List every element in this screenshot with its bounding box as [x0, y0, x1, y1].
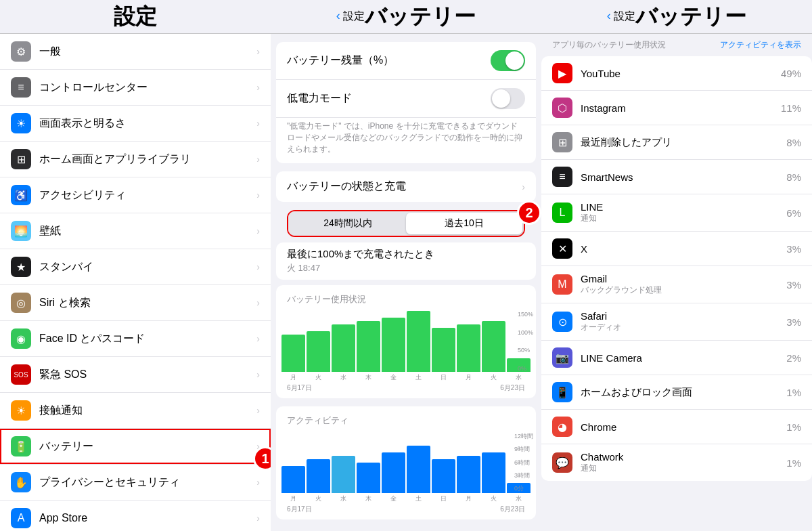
battery-usage-chart: バッテリー使用状況 150% 100% 50% 0% 月火水木金土日月火水 6月… [276, 285, 536, 398]
battery-label-5: 土 [407, 373, 430, 382]
segment-24h-btn[interactable]: 24時間以内 [290, 213, 406, 234]
bar-group [407, 311, 430, 372]
chart-date-end: 6月23日 [500, 383, 525, 393]
wallpaper-icon: 🌅 [11, 221, 31, 241]
act-label-0: 月 [281, 494, 305, 503]
settings-item-faceid[interactable]: ◉Face ID とパスコード› [0, 321, 271, 357]
settings-item-appstore[interactable]: AApp Store› [0, 501, 271, 531]
app-usage-item[interactable]: ✕X3% [541, 232, 812, 266]
act-group [357, 463, 380, 493]
app-usage-item[interactable]: ◕Chrome1% [541, 410, 812, 444]
panel2-back-label: 設定 [343, 10, 365, 22]
act-label-7: 月 [457, 494, 480, 503]
app-info: Chatwork通知 [581, 451, 786, 474]
act-label-6: 日 [432, 494, 455, 503]
app-usage-item[interactable]: 📷LINE Camera2% [541, 341, 812, 375]
segment-control: 24時間以内 過去10日 [288, 211, 524, 236]
activity-link[interactable]: アクティビティを表示 [720, 39, 801, 51]
settings-item-home-screen[interactable]: ⊞ホーム画面とアプリライブラリ› [0, 142, 271, 177]
segment-10d-btn[interactable]: 過去10日 [406, 213, 522, 234]
faceid-chevron-icon: › [256, 333, 260, 344]
activity-bar-3 [357, 463, 380, 493]
settings-list: ⚙一般›≡コントロールセンター›☀画面表示と明るさ›⊞ホーム画面とアプリライブラ… [0, 34, 271, 531]
settings-item-standby[interactable]: ★スタンバイ› [0, 249, 271, 285]
act-group [407, 446, 430, 493]
battery-remaining-toggle[interactable] [491, 50, 525, 71]
chart-y-axis: 150% 100% 50% 0% [518, 311, 533, 372]
appstore-label: App Store [39, 512, 256, 524]
battery-status-section: バッテリーの状態と充電 › [276, 171, 536, 202]
general-icon: ⚙ [11, 41, 31, 62]
battery-bar-0 [281, 335, 305, 372]
low-power-toggle[interactable] [491, 88, 525, 109]
settings-item-privacy[interactable]: ✋プライバシーとセキュリティ› [0, 465, 271, 501]
settings-item-control-center[interactable]: ≡コントロールセンター› [0, 70, 271, 106]
activity-bar-2 [332, 456, 355, 493]
act-y-12: 12時間 [514, 432, 533, 441]
appstore-icon: A [11, 508, 31, 528]
battery-bar-4 [382, 318, 405, 372]
settings-item-display[interactable]: ☀画面表示と明るさ› [0, 106, 271, 142]
act-label-3: 木 [357, 494, 380, 503]
app-usage-item[interactable]: MGmailバックグラウンド処理3% [541, 266, 812, 303]
app-name: ホームおよびロック画面 [581, 386, 786, 399]
sos-icon: SOS [11, 364, 31, 385]
settings-item-wallpaper[interactable]: 🌅壁紙› [0, 213, 271, 249]
activity-bar-6 [432, 459, 455, 493]
activity-bar-1 [307, 459, 330, 493]
battery-label-4: 金 [382, 373, 405, 382]
y-label-150: 150% [518, 311, 533, 318]
act-label-1: 火 [307, 494, 330, 503]
settings-item-accessibility[interactable]: ♿アクセシビリティ› [0, 177, 271, 213]
act-group [457, 456, 480, 493]
app-usage-item[interactable]: ⊞最近削除したアプリ8% [541, 125, 812, 160]
app-icon-10: ◕ [552, 417, 572, 437]
settings-item-sos[interactable]: SOS緊急 SOS› [0, 357, 271, 393]
app-usage-item[interactable]: ⬡Instagram11% [541, 91, 812, 125]
app-info: YouTube [581, 68, 781, 79]
panel3-scroll: アプリ毎のバッテリー使用状況 アクティビティを表示 ▶YouTube49%⬡In… [541, 34, 812, 531]
settings-item-battery[interactable]: 🔋バッテリー›1 [0, 429, 271, 465]
low-power-desc: "低電力モード" では、iPhone を十分に充電できるまでダウンドロードやメー… [276, 118, 536, 163]
app-pct: 8% [786, 171, 801, 183]
panel3-back-button[interactable]: ‹ 設定 [607, 9, 635, 24]
battery-label-7: 月 [457, 373, 480, 382]
segment-wrapper: 24時間以内 過去10日 2 [276, 210, 536, 237]
settings-item-siri[interactable]: ◎Siri と検索› [0, 285, 271, 321]
battery-status-row[interactable]: バッテリーの状態と充電 › [276, 171, 536, 202]
panel3-battery-usage: ‹ 設定 バッテリー アプリ毎のバッテリー使用状況 アクティビティを表示 ▶Yo… [541, 0, 812, 531]
settings-item-exposure[interactable]: ☀接触通知› [0, 393, 271, 429]
panel3-header: ‹ 設定 バッテリー [541, 0, 812, 34]
app-usage-header: アプリ毎のバッテリー使用状況 アクティビティを表示 [541, 34, 812, 56]
app-usage-item[interactable]: 📱ホームおよびロック画面1% [541, 375, 812, 410]
app-name: Instagram [581, 102, 781, 114]
app-pct: 2% [786, 352, 801, 364]
app-info: ホームおよびロック画面 [581, 386, 786, 399]
battery-remaining-label: バッテリー残量（%） [287, 54, 491, 68]
panel2-back-button[interactable]: ‹ 設定 [336, 9, 365, 24]
app-icon-7: ⊙ [552, 312, 572, 332]
act-group [482, 452, 505, 493]
y-label-50: 50% [518, 347, 533, 354]
back-chevron-icon: ‹ [336, 9, 340, 22]
app-usage-item[interactable]: ≡SmartNews8% [541, 160, 812, 194]
app-icon-4: L [552, 203, 572, 223]
battery-bar-8 [482, 321, 505, 372]
app-usage-item[interactable]: ▶YouTube49% [541, 56, 812, 91]
app-sub: 通知 [581, 213, 786, 224]
chart-date-start: 6月17日 [287, 383, 312, 393]
app-usage-item[interactable]: 💬Chatwork通知1% [541, 444, 812, 481]
accessibility-label: アクセシビリティ [39, 188, 256, 203]
app-usage-item[interactable]: ⊙Safariオーディオ3% [541, 303, 812, 341]
app-name: 最近削除したアプリ [581, 136, 786, 149]
home-screen-chevron-icon: › [256, 154, 260, 165]
act-group [332, 456, 355, 493]
battery-bar-6 [432, 328, 455, 372]
settings-item-general[interactable]: ⚙一般› [0, 34, 271, 70]
settings-scroll: ⚙一般›≡コントロールセンター›☀画面表示と明るさ›⊞ホーム画面とアプリライブラ… [0, 34, 271, 531]
app-sub: 通知 [581, 463, 786, 474]
bar-group [332, 324, 355, 372]
app-usage-item[interactable]: LLINE通知6% [541, 194, 812, 232]
battery-icon: 🔋 [11, 436, 31, 456]
toggle-thumb [505, 51, 524, 70]
